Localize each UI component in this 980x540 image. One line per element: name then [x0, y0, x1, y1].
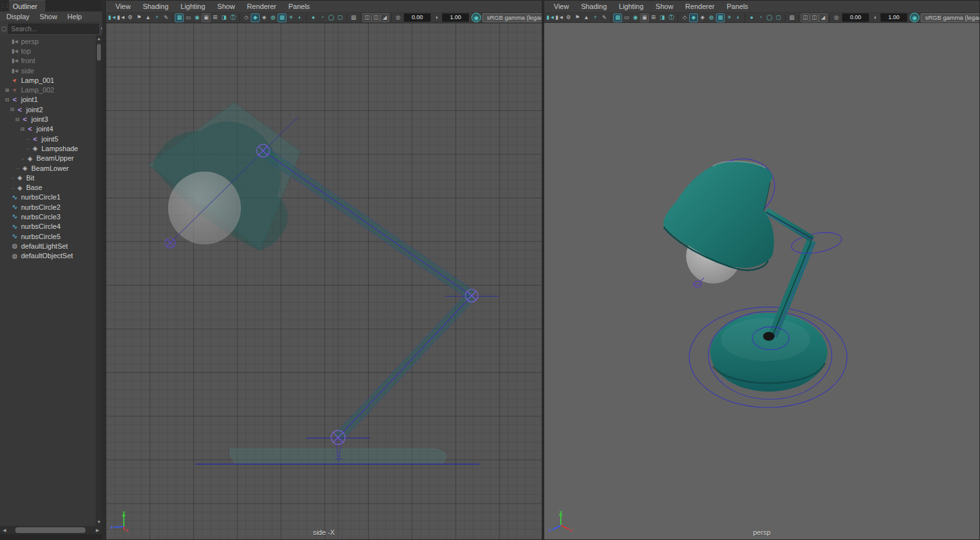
bookmark-icon[interactable]: ⚑: [573, 13, 582, 22]
resolution-gate-icon[interactable]: ◉: [631, 13, 640, 22]
field-chart-icon[interactable]: ⊞: [649, 13, 658, 22]
snapshot-all-icon[interactable]: ◫: [371, 13, 380, 22]
film-gate-icon[interactable]: ▭: [184, 13, 193, 22]
outliner-item-Lamp_001[interactable]: ➤Lamp_001: [0, 75, 96, 85]
exposure-icon[interactable]: ◎: [394, 13, 403, 22]
image-plane-icon[interactable]: ▲: [144, 13, 152, 22]
gain-field[interactable]: 1.00: [442, 13, 469, 22]
wireframe-cube-icon[interactable]: ◇: [242, 13, 251, 22]
outliner-item-nurbsCircle2[interactable]: ∿nurbsCircle2: [0, 202, 96, 212]
anti-alias-icon[interactable]: ◯: [765, 13, 774, 22]
gain-field[interactable]: 1.00: [880, 13, 907, 22]
lights-icon[interactable]: ☀: [286, 13, 295, 22]
viewport-menu-lighting[interactable]: Lighting: [619, 3, 644, 10]
panel-drag-handle-icon[interactable]: ⋮⋮: [0, 0, 9, 11]
bookmark-icon[interactable]: ⚑: [135, 13, 144, 22]
safe-title-icon[interactable]: Ⓣ: [228, 13, 237, 22]
scroll-right-icon[interactable]: ▶: [94, 528, 101, 533]
isolate-select-icon[interactable]: ▧: [349, 13, 358, 22]
grid-icon[interactable]: ▦: [613, 13, 622, 22]
wireframe-cube-icon[interactable]: ◇: [680, 13, 689, 22]
viewport-menu-view[interactable]: View: [115, 3, 131, 10]
viewport-menu-panels[interactable]: Panels: [727, 3, 748, 10]
contrast-icon[interactable]: ◑: [432, 13, 441, 22]
isolate-select-icon[interactable]: ▧: [787, 13, 796, 22]
smooth-shade-icon[interactable]: ◆: [251, 13, 260, 22]
outliner-item-joint5[interactable]: →<joint5: [0, 134, 96, 143]
viewport-persp-canvas[interactable]: y z x persp: [544, 23, 979, 539]
viewport-menu-show[interactable]: Show: [218, 3, 235, 10]
gamma-button[interactable]: ◉: [471, 13, 481, 22]
colorspace-selector[interactable]: sRGB gamma (legacy): [921, 13, 979, 22]
viewport-menu-renderer[interactable]: Renderer: [247, 3, 276, 10]
material-override-icon[interactable]: ◍: [269, 13, 278, 22]
depth-peel-icon[interactable]: ▢: [774, 13, 783, 22]
snapshot-all-icon[interactable]: ◫: [810, 13, 819, 22]
colorspace-selector[interactable]: sRGB gamma (legacy): [482, 13, 542, 22]
outliner-item-Lamp_002[interactable]: ⊞➤Lamp_002: [0, 85, 96, 94]
field-chart-icon[interactable]: ⊞: [211, 13, 219, 22]
grease-pencil-icon[interactable]: ✎: [161, 13, 170, 22]
vscroll-thumb[interactable]: [97, 44, 101, 61]
default-material-icon[interactable]: ▩: [716, 13, 725, 22]
pan-zoom-icon[interactable]: +: [152, 13, 161, 22]
outliner-item-front[interactable]: ▮◄front: [0, 56, 96, 66]
camera-icon[interactable]: ▮◄: [108, 13, 117, 22]
outliner-item-Base[interactable]: →◈Base: [0, 182, 96, 192]
outliner-menu-display[interactable]: Display: [6, 13, 29, 20]
viewport-menu-panels[interactable]: Panels: [288, 3, 310, 10]
gate-mask-icon[interactable]: ▣: [640, 13, 649, 22]
exposure-field[interactable]: 0.00: [842, 13, 869, 22]
outliner-item-Lampshade[interactable]: →◈Lampshade: [0, 143, 96, 153]
fit-region-icon[interactable]: ◢: [819, 13, 828, 22]
viewport-menu-show[interactable]: Show: [656, 3, 674, 10]
safe-title-icon[interactable]: Ⓣ: [667, 13, 676, 22]
shadows-icon[interactable]: ◐: [734, 13, 743, 22]
grid-icon[interactable]: ▦: [175, 13, 184, 22]
outliner-menu-help[interactable]: Help: [68, 13, 82, 20]
image-plane-icon[interactable]: ▲: [582, 13, 591, 22]
outliner-vertical-scrollbar[interactable]: ▲ ▼: [96, 35, 102, 526]
outliner-item-defaultLightSet[interactable]: ◍defaultLightSet: [0, 241, 96, 251]
outliner-item-nurbsCircle1[interactable]: ∿nurbsCircle1: [0, 193, 96, 202]
outliner-item-top[interactable]: ▮◄top: [0, 46, 96, 55]
camera-attributes-icon[interactable]: ▮◄: [555, 13, 564, 22]
rgb-channels-icon[interactable]: ◨: [658, 13, 667, 22]
outliner-item-Bit[interactable]: →◈Bit: [0, 173, 96, 182]
outliner-item-BeamUpper[interactable]: →◈BeamUpper: [0, 154, 96, 163]
rgb-channels-icon[interactable]: ◨: [219, 13, 228, 22]
viewport-menu-shading[interactable]: Shading: [581, 3, 607, 10]
outliner-item-joint3[interactable]: ⊟<joint3: [0, 114, 96, 124]
textured-icon[interactable]: ◈: [260, 13, 269, 22]
viewport-menu-view[interactable]: View: [554, 3, 569, 10]
ambient-occlusion-icon[interactable]: ●: [309, 13, 318, 22]
outliner-item-joint1[interactable]: ⊟<joint1: [0, 95, 96, 105]
scroll-left-icon[interactable]: ◀: [1, 528, 8, 533]
outliner-horizontal-scrollbar[interactable]: ◀ ▶: [0, 526, 102, 534]
panel-resize-grip[interactable]: ·············: [0, 534, 102, 540]
camera-attributes-icon[interactable]: ▮◄: [117, 13, 126, 22]
outliner-item-side[interactable]: ▮◄side: [0, 66, 96, 75]
outliner-item-defaultObjectSet[interactable]: ◍defaultObjectSet: [0, 251, 96, 261]
film-gate-icon[interactable]: ▭: [622, 13, 631, 22]
fit-region-icon[interactable]: ◢: [380, 13, 389, 22]
outliner-item-nurbsCircle4[interactable]: ∿nurbsCircle4: [0, 222, 96, 231]
snapshot-icon[interactable]: ◫: [362, 13, 371, 22]
outliner-item-BeamLower[interactable]: →◈BeamLower: [0, 163, 96, 173]
ambient-occlusion-icon[interactable]: ●: [747, 13, 756, 22]
viewport-menu-shading[interactable]: Shading: [143, 3, 168, 10]
outliner-item-joint2[interactable]: ⊟<joint2: [0, 105, 96, 114]
hscroll-thumb[interactable]: [15, 527, 85, 533]
lights-icon[interactable]: ☀: [725, 13, 734, 22]
anti-alias-icon[interactable]: ◯: [327, 13, 336, 22]
outliner-item-persp[interactable]: ▮◄persp: [0, 36, 96, 46]
snapshot-icon[interactable]: ◫: [801, 13, 810, 22]
collapse-icon[interactable]: ⊟: [19, 126, 26, 132]
shadows-icon[interactable]: ◐: [295, 13, 304, 22]
collapse-icon[interactable]: ⊟: [9, 106, 15, 112]
filter-icon[interactable]: ▢: [1, 26, 7, 32]
collapse-icon[interactable]: ⊟: [14, 117, 20, 122]
expand-icon[interactable]: ⊞: [4, 87, 10, 93]
default-material-icon[interactable]: ▩: [278, 13, 286, 22]
hscroll-track[interactable]: [9, 527, 93, 533]
